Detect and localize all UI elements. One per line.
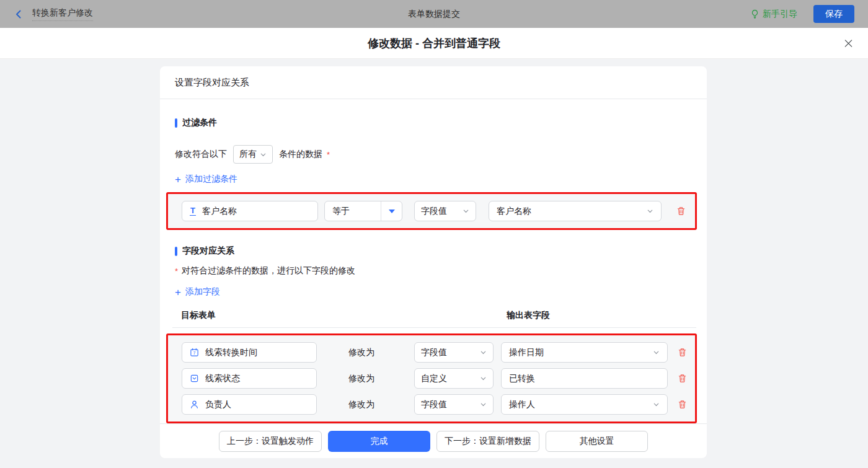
- mapping-section-title: 字段对应关系: [175, 245, 692, 257]
- column-output: 输出表字段: [507, 310, 550, 321]
- text-field-icon: T: [190, 206, 196, 216]
- close-icon[interactable]: [844, 38, 853, 48]
- card-header: 设置字段对应关系: [160, 66, 707, 99]
- filter-sentence: 修改符合以下 所有 条件的数据 *: [175, 145, 692, 164]
- mapping-description: * 对符合过滤条件的数据，进行以下字段的修改: [175, 265, 692, 276]
- target-field-input[interactable]: 线索状态: [182, 368, 317, 389]
- modal-body: 设置字段对应关系 过滤条件 修改符合以下 所有 条件的数据 *: [0, 59, 868, 468]
- value-type-select[interactable]: 字段值: [414, 342, 494, 363]
- settings-card: 设置字段对应关系 过滤条件 修改符合以下 所有 条件的数据 *: [160, 66, 707, 458]
- output-field-select[interactable]: 操作日期: [501, 342, 668, 363]
- column-target: 目标表单: [181, 310, 216, 321]
- flow-title[interactable]: 转换新客户修改: [32, 7, 93, 21]
- modify-label: 修改为: [348, 347, 374, 358]
- card-footer: 上一步：设置触发动作 完成 下一步：设置新增数据 其他设置: [160, 423, 707, 458]
- value-type-select[interactable]: 字段值: [414, 201, 476, 221]
- guide-label: 新手引导: [763, 9, 797, 20]
- back-icon[interactable]: [14, 9, 24, 19]
- chevron-down-icon: [653, 349, 660, 356]
- plus-icon: +: [175, 174, 181, 185]
- value-type-select[interactable]: 字段值: [414, 394, 494, 415]
- calendar-icon: 7: [190, 348, 199, 357]
- mapping-row: 负责人 修改为 字段值 操作人: [182, 394, 695, 415]
- chevron-down-icon: [480, 349, 487, 356]
- match-mode-select[interactable]: 所有: [233, 145, 273, 164]
- chevron-down-icon: [480, 401, 487, 408]
- filter-field-input[interactable]: T 客户名称: [182, 201, 318, 221]
- chevron-down-icon: [653, 401, 660, 408]
- modal-header: 修改数据 - 合并到普通字段: [0, 28, 868, 59]
- lightbulb-icon: [750, 9, 760, 19]
- column-headers: 目标表单 输出表字段: [175, 310, 692, 322]
- target-field-input[interactable]: 负责人: [182, 394, 317, 415]
- trash-icon[interactable]: [678, 374, 687, 383]
- filter-section-title: 过滤条件: [175, 117, 692, 128]
- svg-text:7: 7: [193, 351, 196, 355]
- chevron-down-icon: [260, 151, 267, 158]
- chevron-down-icon: [480, 375, 487, 382]
- custom-value-input[interactable]: 已转换: [501, 368, 668, 389]
- select-field-icon: [190, 374, 199, 383]
- modify-label: 修改为: [348, 373, 374, 384]
- plus-icon: +: [175, 287, 181, 298]
- divider: [172, 327, 696, 328]
- filter-condition-row: T 客户名称 等于 字段值: [182, 201, 695, 221]
- value-type-select[interactable]: 自定义: [414, 368, 494, 389]
- other-settings-button[interactable]: 其他设置: [546, 431, 648, 452]
- mapping-row: 线索状态 修改为 自定义 已转换: [182, 368, 695, 389]
- target-field-input[interactable]: 7 线索转换时间: [182, 342, 317, 363]
- chevron-down-icon: [647, 208, 653, 214]
- mapping-row: 7 线索转换时间 修改为 字段值 操作日期: [182, 342, 695, 363]
- next-step-button[interactable]: 下一步：设置新增数据: [436, 431, 539, 452]
- trash-icon[interactable]: [676, 206, 686, 216]
- section-bar: [175, 247, 177, 256]
- modal-title: 修改数据 - 合并到普通字段: [368, 36, 500, 51]
- add-filter-link[interactable]: + 添加过滤条件: [175, 174, 237, 185]
- sentence-prefix: 修改符合以下: [175, 149, 227, 160]
- mapping-highlight-box: 7 线索转换时间 修改为 字段值 操作日期: [166, 333, 697, 423]
- page-title: 表单数据提交: [408, 9, 460, 20]
- add-field-link[interactable]: + 添加字段: [175, 286, 220, 298]
- trash-icon[interactable]: [678, 400, 687, 409]
- guide-link[interactable]: 新手引导: [750, 9, 797, 20]
- person-icon: [190, 400, 199, 409]
- required-mark: *: [327, 150, 330, 159]
- chevron-down-icon: [463, 208, 469, 214]
- output-field-select[interactable]: 操作人: [501, 394, 668, 415]
- sentence-suffix: 条件的数据: [279, 149, 322, 160]
- top-bar: 转换新客户修改 表单数据提交 新手引导 保存: [0, 0, 868, 28]
- caret-down-icon: [381, 201, 402, 221]
- required-mark: *: [175, 267, 178, 276]
- trash-icon[interactable]: [678, 348, 687, 357]
- prev-step-button[interactable]: 上一步：设置触发动作: [219, 431, 322, 452]
- save-button[interactable]: 保存: [813, 5, 854, 23]
- filter-value-select[interactable]: 客户名称: [489, 201, 662, 221]
- filter-highlight-box: T 客户名称 等于 字段值: [166, 192, 697, 230]
- operator-select[interactable]: 等于: [324, 201, 402, 221]
- section-bar: [175, 118, 177, 128]
- done-button[interactable]: 完成: [328, 431, 430, 452]
- modify-label: 修改为: [348, 399, 374, 410]
